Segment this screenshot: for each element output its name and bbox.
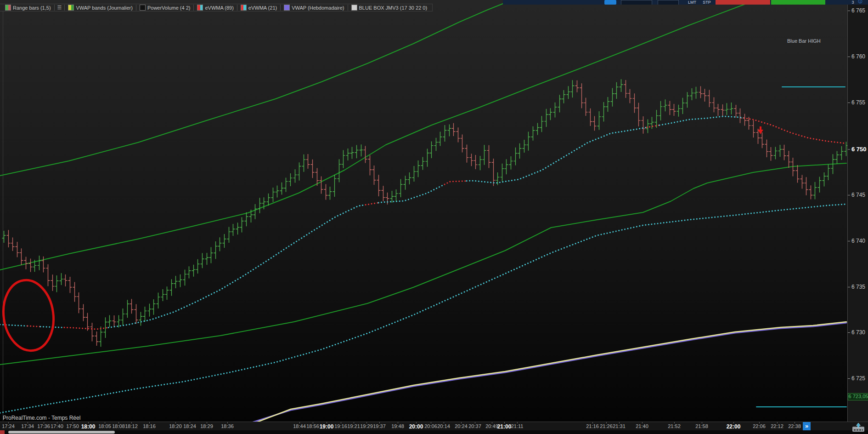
time-tick-label: 18:05 [98,423,111,429]
price-tick-label: 6 730 [848,329,868,336]
indicator-chip-label: BLUE BOX JMV3 (17 30 22 0) [359,5,428,11]
time-tick-label: 20:24 [455,423,468,429]
blue-box-icon [351,5,357,11]
time-tick-label: 21:11 [511,423,524,429]
time-tick-label: 21:31 [613,423,626,429]
time-tick-label: 20:06 [424,423,437,429]
indicator-chip[interactable]: eVWMA (89) [194,5,237,11]
range-bars-icon [5,5,11,11]
time-tick-label: 21:58 [695,423,708,429]
scroll-forward-button[interactable]: » [803,422,811,431]
time-tick-label: 20:49 [485,423,498,429]
time-tick-label: 19:00 [320,423,334,430]
time-tick-label: 21:52 [668,423,681,429]
price-chart [0,0,847,422]
indicator-chip-label: PowerVolume (4 2) [147,5,191,11]
time-tick-label: 17:34 [21,423,34,429]
time-tick-label: 22:38 [788,423,801,429]
time-tick-label: 17:24 [2,423,15,429]
stp-toggle[interactable]: STP [700,0,713,5]
time-tick-label: 21:00 [497,423,512,430]
indicator-chip[interactable]: eVWMA (21) [237,5,281,11]
time-tick-label: 20:14 [437,423,450,429]
quantity-field[interactable] [621,0,652,5]
time-tick-label: 21:40 [636,423,648,429]
price-tick-label: 6 725 [848,375,868,382]
price-tick-label: 6 745 [848,192,868,198]
price-tick-label: 6 740 [848,238,868,244]
platform-watermark: ProRealTime.com - Temps Réel [3,415,80,421]
indicator-chip-label: Range bars (1,5) [13,5,51,11]
indicator-chip-label: eVWMA (89) [205,5,233,11]
price-tick-label: 6 755 [848,99,868,106]
indicator-chip-label: VWAP bands (Journalier) [76,5,133,11]
evwma-icon [241,5,247,11]
scrollbar-corner-marker [0,430,5,434]
time-tick-label: 18:08 [112,423,125,429]
indicator-list-icon[interactable]: ☰ [55,5,65,11]
time-tick-label: 18:44 [293,423,306,429]
time-tick-label: 18:20 [169,423,182,429]
price-tick-label: 6 735 [848,284,868,290]
evwma-icon [197,5,203,11]
price-tick-label: 6 765 [848,7,868,14]
chart-background [0,0,847,422]
time-tick-label: 20:37 [468,423,481,429]
horizontal-scrollbar[interactable] [0,430,868,434]
buy-button[interactable] [771,0,825,5]
price-tick-label: 6 760 [848,53,868,60]
time-tick-label: 19:16 [334,423,347,429]
blue-bar-high-label: Blue Bar HIGH [787,38,821,44]
time-tick-label: 22:06 [753,423,766,429]
time-tick-label: 20:00 [409,423,423,430]
info-icon[interactable]: ⓘ [857,0,863,5]
checkbox-empty-icon [140,5,146,11]
time-tick-label: 18:36 [221,423,234,429]
price-tick-label: 6 750 [848,146,868,153]
vwap-bands-icon [68,5,74,11]
position-counter: 3 [850,0,856,5]
indicator-chip-label: VWAP (Hebdomadaire) [292,5,344,11]
time-tick-label: 17:40 [51,423,63,429]
time-tick-label: 18:24 [183,423,196,429]
time-tick-label: 19:48 [391,423,404,429]
keyboard-shortcut-icon[interactable] [851,423,866,433]
sell-button[interactable] [716,0,770,5]
indicator-chip[interactable]: VWAP bands (Journalier) [65,5,136,11]
time-tick-label: 18:00 [81,423,96,430]
time-axis[interactable]: » 17:2417:3417:3617:4017:5018:0018:0518:… [0,422,868,431]
indicator-chip-label: eVWMA (21) [248,5,277,11]
time-tick-label: 18:16 [143,423,156,429]
time-tick-label: 22:00 [727,423,741,430]
time-tick-label: 18:29 [200,423,213,429]
time-tick-label: 18:56 [306,423,319,429]
time-tick-label: 17:36 [37,423,50,429]
indicator-chip[interactable]: BLUE BOX JMV3 (17 30 22 0) [348,5,431,11]
order-settings-button[interactable] [604,0,616,5]
indicator-chip[interactable]: Range bars (1,5) [2,5,55,11]
stop-field[interactable] [658,0,679,5]
time-tick-label: 19:21 [347,423,360,429]
vwap-weekly-icon [284,5,290,11]
time-tick-label: 19:37 [373,423,386,429]
time-tick-label: 17:50 [66,423,79,429]
time-tick-label: 19:29 [360,423,373,429]
scrollbar-thumb[interactable] [8,431,115,434]
order-bar-sliver: LMT STP 3 ⓘ [503,0,868,5]
time-tick-label: 21:16 [586,423,599,429]
lmt-toggle[interactable]: LMT [686,0,699,5]
indicator-price-badge: 6 723,05 [848,393,868,400]
price-axis[interactable]: 6 723,05 6 7656 7606 7556 7506 7456 7406… [847,0,868,430]
time-tick-label: 22:12 [771,423,783,429]
time-tick-label: 18:12 [125,423,138,429]
indicator-chip[interactable]: VWAP (Hebdomadaire) [281,5,348,11]
indicator-chip[interactable]: PowerVolume (4 2) [136,5,194,11]
trading-chart-window: Range bars (1,5)☰VWAP bands (Journalier)… [0,0,868,434]
indicator-toolbar: Range bars (1,5)☰VWAP bands (Journalier)… [0,4,433,11]
time-tick-label: 21:26 [600,423,613,429]
